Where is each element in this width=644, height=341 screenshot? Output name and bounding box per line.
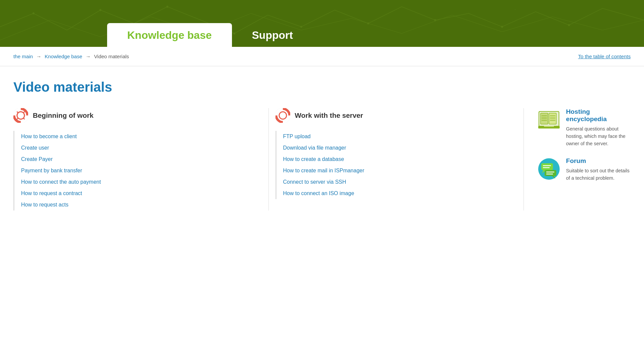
hosting-encyclopedia-icon xyxy=(537,108,561,132)
forum-card: Forum Suitable to sort out the details o… xyxy=(537,157,631,182)
breadcrumb-arrow-1: → xyxy=(36,54,41,59)
list-item[interactable]: Create Payer xyxy=(21,154,248,165)
list-item[interactable]: FTP upload xyxy=(283,131,510,142)
forum-icon xyxy=(537,157,561,181)
forum-link[interactable]: Forum xyxy=(566,157,631,165)
list-item[interactable]: Download via file manager xyxy=(283,142,510,154)
svg-point-7 xyxy=(501,26,503,28)
list-item[interactable]: How to connect the auto payment xyxy=(21,176,248,188)
list-item[interactable]: Payment by bank transfer xyxy=(21,165,248,176)
svg-point-6 xyxy=(434,19,436,21)
list-item[interactable]: How to connect an ISO image xyxy=(283,188,510,199)
lifebuoy-icon-2 xyxy=(275,108,290,123)
svg-point-18 xyxy=(279,112,287,119)
server-work-column: Work with the server FTP uploadDownload … xyxy=(275,108,524,210)
breadcrumb: the main → Knowledge base → Video materi… xyxy=(13,54,129,59)
beginning-list: How to become a clientCreate userCreate … xyxy=(13,131,248,210)
column-divider xyxy=(268,108,269,210)
breadcrumb-bar: the main → Knowledge base → Video materi… xyxy=(0,47,644,66)
lifebuoy-icon-1 xyxy=(13,108,28,123)
server-header: Work with the server xyxy=(275,108,510,123)
svg-point-0 xyxy=(32,12,34,14)
list-item[interactable]: How to create a database xyxy=(283,154,510,165)
server-section-title: Work with the server xyxy=(295,111,363,119)
forum-content: Forum Suitable to sort out the details o… xyxy=(566,157,631,182)
svg-rect-33 xyxy=(541,163,553,170)
right-sidebar: Hosting encyclopedia General questions a… xyxy=(524,108,631,210)
tab-support[interactable]: Support xyxy=(232,23,313,47)
list-item[interactable]: Create user xyxy=(21,142,248,154)
breadcrumb-knowledge[interactable]: Knowledge base xyxy=(45,54,82,59)
svg-point-2 xyxy=(166,6,168,8)
list-item[interactable]: How to request a contract xyxy=(21,188,248,199)
tab-knowledge-base[interactable]: Knowledge base xyxy=(107,23,232,47)
list-item[interactable]: How to request acts xyxy=(21,199,248,210)
page-title: Video materials xyxy=(13,80,631,95)
beginning-section-title: Beginning of work xyxy=(33,111,93,119)
hosting-encyclopedia-desc: General questions about hosting, which m… xyxy=(566,125,631,147)
svg-point-8 xyxy=(568,24,570,26)
svg-point-5 xyxy=(367,22,369,24)
list-item[interactable]: How to create mail in ISPmanager xyxy=(283,165,510,176)
header-tabs: Knowledge base Support xyxy=(0,23,313,47)
beginning-header: Beginning of work xyxy=(13,108,248,123)
breadcrumb-main[interactable]: the main xyxy=(13,54,33,59)
columns-wrapper: Beginning of work How to become a client… xyxy=(13,108,631,210)
header: Knowledge base Support xyxy=(0,0,644,47)
left-columns: Beginning of work How to become a client… xyxy=(13,108,524,210)
svg-rect-37 xyxy=(545,170,556,176)
svg-point-1 xyxy=(99,9,101,11)
breadcrumb-arrow-2: → xyxy=(86,54,91,59)
forum-desc: Suitable to sort out the details of a te… xyxy=(566,167,631,182)
svg-point-16 xyxy=(17,112,24,119)
toc-link[interactable]: To the table of contents xyxy=(578,53,631,60)
list-item[interactable]: How to become a client xyxy=(21,131,248,142)
main-content: Video materials xyxy=(0,66,644,224)
breadcrumb-current: Video materials xyxy=(94,54,129,59)
list-item[interactable]: Connect to server via SSH xyxy=(283,176,510,188)
hosting-encyclopedia-link[interactable]: Hosting encyclopedia xyxy=(566,108,631,123)
hosting-encyclopedia-content: Hosting encyclopedia General questions a… xyxy=(566,108,631,147)
svg-rect-31 xyxy=(544,126,554,127)
beginning-of-work-column: Beginning of work How to become a client… xyxy=(13,108,262,210)
server-list: FTP uploadDownload via file managerHow t… xyxy=(275,131,510,199)
hosting-encyclopedia-card: Hosting encyclopedia General questions a… xyxy=(537,108,631,147)
